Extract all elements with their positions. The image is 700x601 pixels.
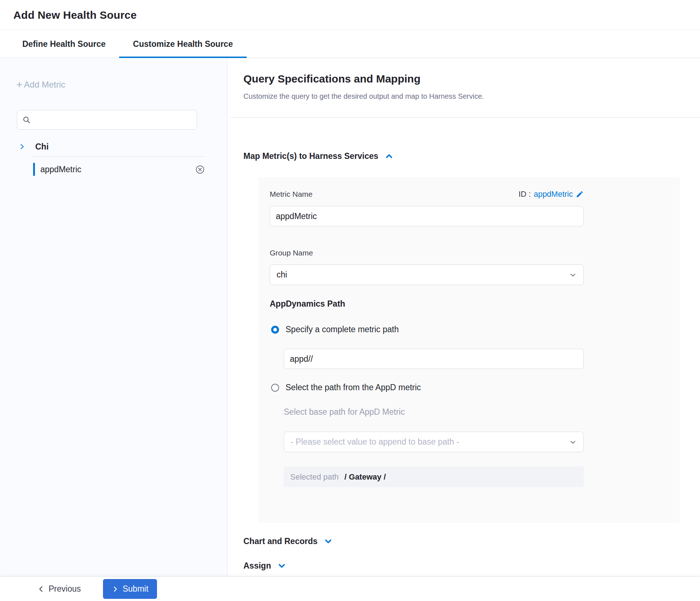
dialog-header: Add New Health Source: [0, 0, 700, 30]
divider: [230, 117, 700, 117]
plus-icon: +: [16, 79, 23, 90]
chevron-down-icon[interactable]: [323, 537, 333, 546]
map-metrics-section-header[interactable]: Map Metric(s) to Harness Services: [243, 151, 394, 161]
group-divider: [32, 156, 205, 157]
group-name-select[interactable]: chi: [270, 264, 584, 285]
group-name-value: chi: [277, 270, 287, 280]
tab-define-health-source[interactable]: Define Health Source: [9, 31, 119, 58]
delete-metric-icon[interactable]: [195, 165, 205, 174]
search-icon: [22, 116, 31, 124]
radio-complete-metric-path[interactable]: Specify a complete metric path: [271, 325, 399, 334]
radio-selected-icon[interactable]: [271, 326, 279, 334]
metric-name-row: Metric Name ID : appdMetric: [270, 190, 584, 199]
dialog-footer: Previous Submit: [0, 576, 700, 601]
metric-item-label: appdMetric: [40, 165, 81, 174]
chevron-up-icon[interactable]: [384, 151, 394, 161]
map-metrics-heading: Map Metric(s) to Harness Services: [243, 151, 378, 161]
assign-heading: Assign: [243, 561, 271, 571]
query-spec-panel: Query Specifications and Mapping Customi…: [228, 58, 700, 576]
metric-search[interactable]: [17, 110, 197, 130]
radio-complete-label: Specify a complete metric path: [286, 325, 399, 334]
metric-name-input[interactable]: [270, 206, 584, 226]
edit-pencil-icon[interactable]: [576, 190, 584, 198]
metric-item-appdmetric[interactable]: appdMetric: [0, 160, 227, 178]
tab-customize-health-source[interactable]: Customize Health Source: [119, 31, 246, 58]
appdynamics-path-heading: AppDynamics Path: [270, 299, 345, 309]
map-metrics-form-panel: Metric Name ID : appdMetric Group Name c…: [258, 177, 680, 523]
previous-label: Previous: [49, 584, 81, 594]
selected-path-value: / Gateway /: [345, 472, 386, 482]
assign-section-header[interactable]: Assign: [243, 561, 287, 571]
base-path-select[interactable]: - Please select value to append to base …: [284, 432, 584, 452]
add-metric-button[interactable]: + Add Metric: [16, 79, 65, 90]
chevron-right-icon: [112, 586, 119, 593]
selected-path-row: Selected path / Gateway /: [284, 467, 584, 487]
group-name-label: Group Name: [270, 249, 313, 257]
metric-sidebar: + Add Metric Chi appdMetric: [0, 58, 228, 576]
search-input[interactable]: [35, 115, 192, 125]
metric-group-chi[interactable]: Chi: [0, 138, 227, 155]
selected-indicator-bar: [33, 163, 35, 176]
chart-records-heading: Chart and Records: [243, 537, 318, 546]
base-path-label: Select base path for AppD Metric: [284, 407, 405, 417]
metric-id: ID : appdMetric: [519, 190, 584, 199]
chart-records-section-header[interactable]: Chart and Records: [243, 537, 333, 546]
selected-path-label: Selected path: [290, 472, 339, 482]
submit-button[interactable]: Submit: [103, 579, 157, 599]
chevron-down-icon: [569, 271, 577, 279]
id-prefix: ID :: [519, 190, 531, 199]
radio-unselected-icon[interactable]: [271, 384, 279, 392]
id-value-link[interactable]: appdMetric: [534, 190, 573, 199]
complete-metric-path-input[interactable]: [284, 349, 584, 369]
section-title: Query Specifications and Mapping: [243, 73, 421, 85]
base-path-placeholder: - Please select value to append to base …: [291, 437, 459, 447]
tab-bar: Define Health Source Customize Health So…: [0, 31, 700, 58]
metric-name-label: Metric Name: [270, 190, 313, 199]
radio-select-label: Select the path from the AppD metric: [286, 383, 421, 392]
group-label: Chi: [35, 142, 49, 152]
add-health-source-dialog: Add New Health Source Define Health Sour…: [0, 0, 700, 601]
chevron-left-icon: [37, 585, 45, 593]
radio-select-appd-path[interactable]: Select the path from the AppD metric: [271, 383, 421, 392]
section-subtitle: Customize the query to get the desired o…: [243, 92, 484, 101]
chevron-down-icon: [569, 438, 577, 446]
page-title: Add New Health Source: [13, 9, 137, 21]
submit-label: Submit: [122, 584, 148, 594]
add-metric-label: Add Metric: [24, 80, 66, 90]
chevron-down-icon[interactable]: [277, 561, 287, 571]
chevron-right-icon[interactable]: [18, 143, 26, 151]
previous-button[interactable]: Previous: [35, 584, 83, 594]
